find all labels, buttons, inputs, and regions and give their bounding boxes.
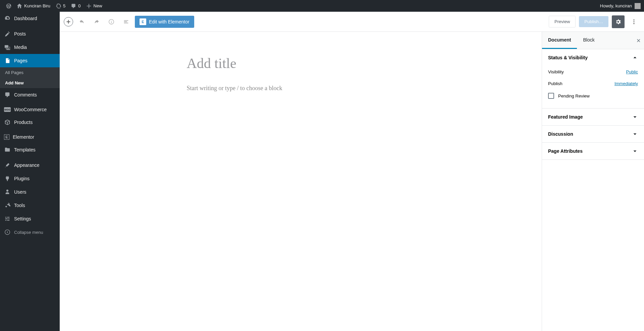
wordpress-icon bbox=[6, 3, 11, 9]
site-home-link[interactable]: Kunciran Biru bbox=[14, 0, 53, 12]
admin-bar-left: Kunciran Biru 5 0 New bbox=[3, 0, 105, 12]
admin-bar-right[interactable]: Howdy, kunciran bbox=[600, 3, 641, 9]
plus-icon bbox=[86, 3, 92, 9]
new-content-link[interactable]: New bbox=[84, 0, 105, 12]
comments-link[interactable]: 0 bbox=[68, 0, 83, 12]
user-greeting: Howdy, kunciran bbox=[600, 3, 632, 8]
refresh-icon bbox=[56, 3, 61, 9]
updates-count: 5 bbox=[63, 3, 65, 8]
new-label: New bbox=[94, 3, 102, 8]
comments-count: 0 bbox=[78, 3, 80, 8]
comment-icon bbox=[71, 3, 76, 9]
site-name: Kunciran Biru bbox=[24, 3, 50, 8]
home-icon bbox=[17, 3, 22, 9]
wordpress-logo[interactable] bbox=[3, 0, 14, 12]
updates-link[interactable]: 5 bbox=[53, 0, 68, 12]
avatar[interactable] bbox=[635, 3, 641, 9]
admin-bar: Kunciran Biru 5 0 New Howdy, kunciran bbox=[0, 0, 644, 12]
